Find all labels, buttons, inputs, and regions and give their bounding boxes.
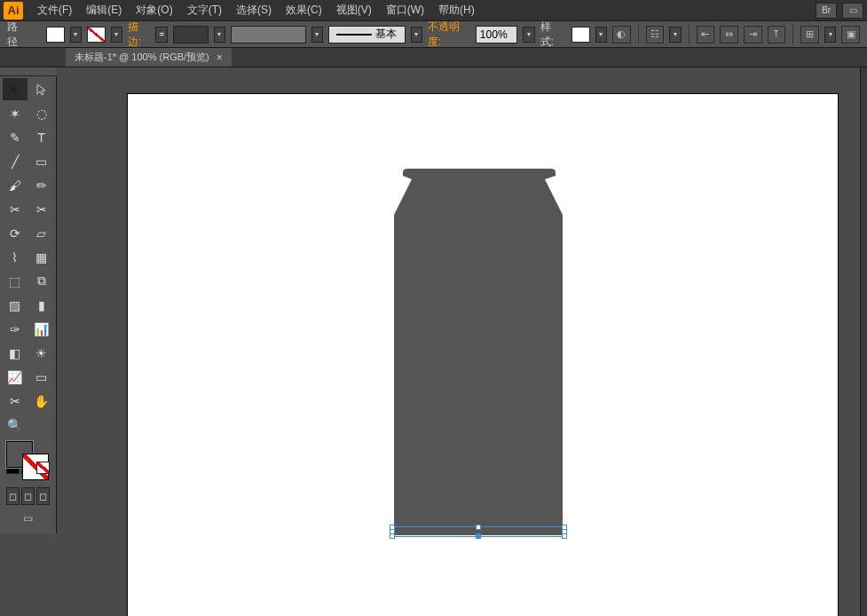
symbol-sprayer-tool[interactable]: ☀ (29, 342, 54, 364)
isolate-icon[interactable]: ▣ (841, 26, 860, 43)
lasso-tool[interactable]: ◌ (29, 102, 54, 124)
type-tool[interactable]: T (29, 126, 54, 148)
menu-edit[interactable]: 编辑(E) (79, 1, 129, 20)
selection-bounding-box[interactable] (391, 526, 565, 537)
fill-swatch[interactable] (46, 27, 65, 43)
align-top-icon[interactable]: ⤒ (768, 26, 786, 43)
align-left-icon[interactable]: ⇤ (697, 26, 715, 43)
graphic-style-swatch[interactable] (571, 27, 590, 43)
zoom-tool[interactable]: 🔍 (3, 414, 28, 436)
draw-behind-icon[interactable]: ◻ (21, 487, 35, 505)
artboard-tool[interactable]: ▭ (29, 366, 54, 388)
line-tool[interactable]: ╱ (3, 150, 28, 172)
stroke-dropdown-icon[interactable]: ▾ (111, 27, 122, 43)
perspective-grid-tool[interactable]: ⧉ (29, 270, 54, 292)
draw-mode-row: ◻ ◻ ◻ (3, 486, 54, 507)
blob-brush-tool[interactable]: ✂ (3, 198, 28, 220)
measure-tool[interactable]: 📊 (29, 318, 54, 340)
close-tab-icon[interactable]: × (217, 51, 223, 64)
artboard[interactable] (128, 94, 838, 616)
eraser-tool[interactable]: ✂ (29, 198, 54, 220)
menu-effect[interactable]: 效果(C) (279, 1, 329, 20)
document-tab[interactable]: 未标题-1* @ 100% (RGB/预览) × (66, 48, 232, 67)
toolbox-grip[interactable] (0, 67, 57, 76)
variable-width-dropdown-icon[interactable]: ▾ (311, 27, 323, 43)
align-dropdown-icon[interactable]: ▾ (669, 27, 681, 43)
eyedropper-tool[interactable]: ✑ (3, 318, 28, 340)
menu-view[interactable]: 视图(V) (329, 1, 379, 20)
menu-type[interactable]: 文字(T) (180, 1, 229, 20)
menu-window[interactable]: 窗口(W) (379, 1, 431, 20)
document-tab-row: 未标题-1* @ 100% (RGB/预览) × (0, 48, 867, 67)
stroke-weight-dropdown-icon[interactable]: ▾ (214, 27, 225, 43)
menu-object[interactable]: 对象(O) (129, 1, 179, 20)
shape-builder-tool[interactable]: ⬚ (3, 270, 28, 292)
direct-selection-tool[interactable] (29, 78, 54, 100)
transform-icon[interactable]: ⊞ (800, 26, 819, 43)
arrange-docs-icon[interactable]: ▭ (842, 3, 863, 19)
opacity-field[interactable]: 100% (476, 26, 517, 43)
menu-bar: Ai 文件(F) 编辑(E) 对象(O) 文字(T) 选择(S) 效果(C) 视… (0, 0, 867, 21)
align-hcenter-icon[interactable]: ⇔ (720, 26, 738, 43)
right-dock-collapsed[interactable] (860, 67, 867, 616)
pencil-tool[interactable]: ✏ (29, 174, 54, 196)
menu-select[interactable]: 选择(S) (229, 1, 279, 20)
fill-dropdown-icon[interactable]: ▾ (70, 27, 82, 43)
toolbox: ✶ ◌ ✎ T ╱ ▭ 🖌 ✏ ✂ ✂ ⟳ ▱ ⌇ ▦ ⬚ ⧉ ▨ ▮ ✑ 📊 … (0, 76, 57, 533)
rotate-tool[interactable]: ⟳ (3, 222, 28, 244)
canvas-area[interactable] (57, 67, 860, 616)
document-tab-title: 未标题-1* @ 100% (RGB/预览) (75, 51, 209, 64)
color-mode-none[interactable] (36, 462, 50, 474)
screen-mode-button[interactable]: ▭ (3, 509, 54, 527)
handle-top-center[interactable] (476, 525, 481, 530)
divider (638, 25, 639, 44)
align-right-icon[interactable]: ⇥ (744, 26, 762, 43)
brush-definition[interactable]: 基本 (328, 26, 406, 43)
hand-tool[interactable]: ✋ (29, 390, 54, 412)
recolor-icon[interactable]: ◐ (612, 26, 631, 43)
selection-type-label: 路径 (7, 20, 27, 50)
empty-tool-slot (29, 414, 54, 436)
blend-tool[interactable]: ◧ (3, 342, 28, 364)
paintbrush-tool[interactable]: 🖌 (3, 174, 28, 196)
style-dropdown-icon[interactable]: ▾ (595, 27, 607, 43)
stroke-swatch[interactable] (87, 27, 106, 43)
opacity-label: 不透明度: (428, 20, 470, 50)
selection-tool[interactable] (3, 78, 28, 100)
pen-tool[interactable]: ✎ (3, 126, 28, 148)
slice-tool[interactable]: ✂ (3, 390, 28, 412)
transform-dropdown-icon[interactable]: ▾ (824, 27, 836, 43)
style-label: 样式: (540, 20, 564, 50)
draw-inside-icon[interactable]: ◻ (36, 487, 50, 505)
align-panel-icon[interactable]: ☷ (646, 26, 665, 43)
magic-wand-tool[interactable]: ✶ (3, 102, 28, 124)
mesh-tool[interactable]: ▨ (3, 294, 28, 316)
control-bar: 路径 ▾ ▾ 描边: ≑ ▾ ▾ 基本 ▾ 不透明度: 100% ▾ 样式: ▾… (0, 21, 867, 48)
column-graph-tool[interactable]: 📈 (3, 366, 28, 388)
handle-bottom-center[interactable] (476, 533, 481, 539)
divider (689, 25, 690, 44)
menu-help[interactable]: 帮助(H) (431, 1, 482, 20)
brush-dropdown-icon[interactable]: ▾ (411, 27, 422, 43)
gradient-tool[interactable]: ▮ (29, 294, 54, 316)
handle-bottom-right[interactable] (562, 533, 567, 539)
scale-tool[interactable]: ▱ (29, 222, 54, 244)
draw-normal-icon[interactable]: ◻ (6, 487, 20, 505)
divider (792, 25, 793, 44)
stroke-weight-stepper[interactable]: ≑ (155, 27, 167, 43)
width-tool[interactable]: ⌇ (3, 246, 28, 268)
menu-file[interactable]: 文件(F) (30, 1, 79, 20)
handle-bottom-left[interactable] (390, 533, 395, 539)
can-shape[interactable] (128, 94, 838, 616)
app-logo-icon: Ai (4, 2, 23, 20)
stroke-label: 描边: (128, 20, 151, 50)
opacity-dropdown-icon[interactable]: ▾ (523, 27, 534, 43)
rectangle-tool[interactable]: ▭ (29, 150, 54, 172)
variable-width-profile[interactable] (231, 26, 306, 43)
bridge-icon[interactable]: Br (816, 3, 837, 19)
free-transform-tool[interactable]: ▦ (29, 246, 54, 268)
stroke-weight-field[interactable] (173, 26, 209, 43)
